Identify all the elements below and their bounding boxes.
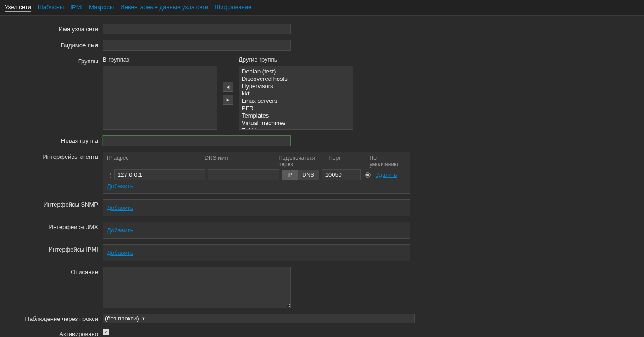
add-ipmi-iface-link[interactable]: Добавить bbox=[107, 249, 133, 256]
iface-header-ip: IP адрес bbox=[107, 155, 205, 168]
other-group-option[interactable]: Hypervisors bbox=[241, 83, 351, 90]
label-in-groups: В группах bbox=[103, 56, 217, 63]
other-group-option[interactable]: Templates bbox=[241, 112, 351, 119]
agent-dns-input[interactable] bbox=[208, 169, 279, 180]
visiblename-input[interactable] bbox=[103, 40, 291, 51]
hostname-input[interactable] bbox=[103, 24, 291, 34]
tab-host[interactable]: Узел сети bbox=[5, 3, 31, 12]
other-group-option[interactable]: Linux servers bbox=[241, 97, 351, 105]
chevron-right-icon: ► bbox=[226, 97, 231, 102]
tab-ipmi[interactable]: IPMI bbox=[70, 3, 83, 12]
label-snmp-ifaces: Интерфейсы SNMP bbox=[0, 199, 103, 208]
new-group-input[interactable] bbox=[103, 135, 291, 146]
iface-header-dns: DNS имя bbox=[205, 155, 278, 168]
tabs-bar: Узел сети Шаблоны IPMI Макросы Инвентарн… bbox=[0, 0, 644, 16]
proxy-select[interactable]: (без прокси) ▼ bbox=[103, 314, 415, 323]
tab-macros[interactable]: Макросы bbox=[89, 3, 114, 12]
move-right-button[interactable]: ► bbox=[223, 95, 233, 105]
ipmi-iface-block: Добавить bbox=[103, 244, 410, 261]
label-description: Описание bbox=[0, 267, 103, 275]
in-groups-listbox[interactable] bbox=[103, 66, 217, 130]
default-iface-radio[interactable] bbox=[365, 172, 371, 178]
snmp-iface-block: Добавить bbox=[103, 199, 410, 216]
label-visiblename: Видимое имя bbox=[0, 40, 103, 49]
connect-ip-button[interactable]: IP bbox=[282, 170, 297, 180]
add-jmx-iface-link[interactable]: Добавить bbox=[107, 227, 133, 234]
agent-iface-block: IP адрес DNS имя Подключаться через Порт… bbox=[103, 152, 410, 194]
other-group-option[interactable]: kkt bbox=[241, 90, 351, 97]
other-group-option[interactable]: PFR bbox=[241, 105, 351, 112]
other-group-option[interactable]: Discovered hosts bbox=[241, 75, 351, 83]
iface-header-default: По умолчанию bbox=[370, 155, 406, 168]
iface-header-port: Порт bbox=[328, 155, 369, 168]
chevron-down-icon: ▼ bbox=[142, 316, 146, 321]
label-groups: Группы bbox=[0, 56, 103, 65]
label-new-group: Новая группа bbox=[0, 135, 103, 144]
label-ipmi-ifaces: Интерфейсы IPMI bbox=[0, 244, 103, 253]
add-snmp-iface-link[interactable]: Добавить bbox=[107, 204, 133, 211]
other-group-option[interactable]: Debian (test) bbox=[241, 68, 351, 75]
add-agent-iface-link[interactable]: Добавить bbox=[107, 183, 133, 190]
chevron-left-icon: ◄ bbox=[226, 84, 231, 90]
label-other-groups: Другие группы bbox=[239, 56, 353, 63]
label-hostname: Имя узла сети bbox=[0, 24, 103, 33]
delete-iface-link[interactable]: Удалить bbox=[376, 172, 397, 178]
label-enabled: Активировано bbox=[0, 329, 103, 337]
jmx-iface-block: Добавить bbox=[103, 222, 410, 239]
other-groups-listbox[interactable]: Debian (test)Discovered hostsHypervisors… bbox=[239, 66, 353, 130]
other-group-option[interactable]: Virtual machines bbox=[241, 119, 351, 127]
label-agent-ifaces: Интерфейсы агента bbox=[0, 152, 103, 160]
label-proxy: Наблюдение через прокси bbox=[0, 314, 103, 322]
agent-iface-row: ⋮⋮ IP DNS Удалить bbox=[107, 169, 406, 180]
label-jmx-ifaces: Интерфейсы JMX bbox=[0, 222, 103, 230]
connect-via-toggle: IP DNS bbox=[282, 170, 319, 180]
proxy-select-value: (без прокси) bbox=[105, 315, 139, 322]
connect-dns-button[interactable]: DNS bbox=[297, 170, 319, 180]
tab-templates[interactable]: Шаблоны bbox=[38, 3, 64, 12]
drag-handle-icon[interactable]: ⋮⋮ bbox=[107, 172, 113, 178]
agent-ip-input[interactable] bbox=[114, 169, 205, 180]
iface-header-connect: Подключаться через bbox=[278, 155, 328, 168]
other-group-option[interactable]: Zabbix servers bbox=[241, 127, 351, 130]
tab-encryption[interactable]: Шифрование bbox=[215, 3, 251, 12]
enabled-checkbox[interactable] bbox=[103, 329, 109, 335]
move-left-button[interactable]: ◄ bbox=[223, 82, 233, 92]
tab-inventory[interactable]: Инвентарные данные узла сети bbox=[120, 3, 208, 12]
agent-port-input[interactable] bbox=[322, 169, 361, 180]
description-textarea[interactable] bbox=[103, 267, 291, 308]
